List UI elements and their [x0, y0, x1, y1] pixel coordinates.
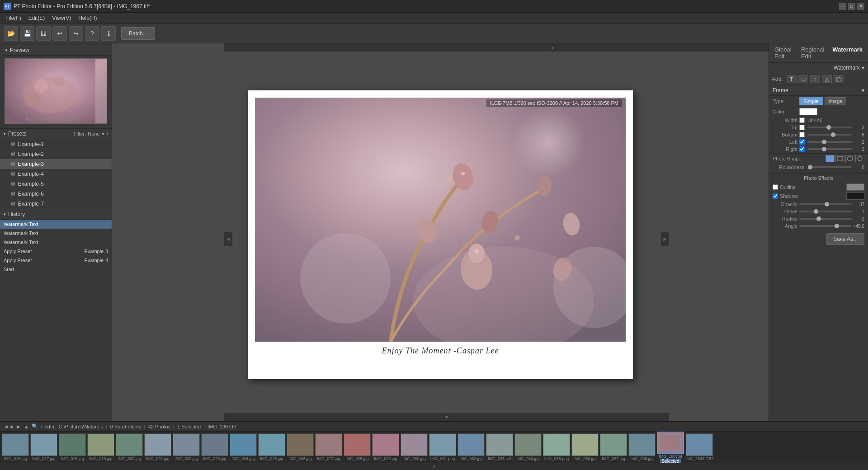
left-slider-thumb[interactable] — [822, 140, 826, 144]
filmstrip-bottom-arrow[interactable]: ▼ — [0, 463, 868, 470]
scroll-down-arrow[interactable]: ▼ — [224, 413, 669, 421]
history-item-1[interactable]: Watermark Text — [0, 229, 112, 238]
preset-item-example6[interactable]: WExample-6 — [0, 189, 112, 199]
add-triangle-button[interactable]: △ — [822, 75, 832, 83]
search-icon[interactable]: 🔍 — [32, 423, 38, 429]
filmstrip-item-19[interactable]: IMG_035.png — [543, 433, 570, 461]
filmstrip-item-11[interactable]: IMG_027.jpg — [315, 433, 342, 461]
shape-rect-filled[interactable] — [826, 155, 835, 162]
filmstrip-item-7[interactable]: IMG_023.jpg — [201, 433, 228, 461]
left-checkbox[interactable] — [799, 139, 805, 145]
filmstrip-item-1[interactable]: IMG_017.jpg — [30, 433, 57, 461]
watermark-dropdown-arrow[interactable]: ▾ — [862, 65, 864, 71]
shape-circle[interactable] — [845, 155, 854, 162]
offset-thumb[interactable] — [814, 209, 818, 214]
top-checkbox[interactable] — [799, 125, 805, 130]
filmstrip-item-0[interactable]: IMG_016.jpg — [2, 433, 29, 461]
bottom-checkbox[interactable] — [799, 132, 805, 137]
bottom-slider-track[interactable] — [807, 134, 852, 136]
filmstrip-item-18[interactable]: IMG_034.jpg — [514, 433, 542, 461]
preset-item-example2[interactable]: WExample-2 — [0, 149, 112, 159]
filter-value[interactable]: None — [88, 131, 99, 136]
watermark-tab[interactable]: Watermark — [830, 45, 864, 61]
radius-thumb[interactable] — [816, 216, 821, 221]
history-item-3[interactable]: Apply Preset Example-3 — [0, 247, 112, 256]
maximize-button[interactable]: □ — [848, 3, 855, 10]
opacity-thumb[interactable] — [825, 202, 829, 207]
filmstrip-item-13[interactable]: IMG_029.jpg — [372, 433, 399, 461]
filmstrip-item-15[interactable]: IMG_031.png — [429, 433, 456, 461]
add-text-button[interactable]: T — [787, 75, 797, 83]
filmstrip-item-20[interactable]: IMG_036.jpg — [571, 433, 599, 461]
save-as-button[interactable]: Save As... — [826, 233, 864, 245]
outline-color-swatch[interactable] — [846, 183, 864, 191]
right-checkbox[interactable] — [799, 146, 805, 152]
scroll-left-arrow[interactable]: ◄ — [224, 232, 232, 246]
roundness-thumb[interactable] — [808, 165, 812, 169]
right-slider-thumb[interactable] — [822, 147, 826, 151]
undo-button[interactable]: ↩ — [52, 26, 67, 41]
shape-rect[interactable] — [835, 155, 844, 162]
outline-checkbox[interactable] — [773, 184, 778, 190]
shadow-color-swatch[interactable] — [846, 193, 864, 200]
nav-up[interactable]: ▲ — [24, 424, 29, 429]
save-as-button[interactable]: 🖫 — [36, 26, 51, 41]
regional-edit-tab[interactable]: Regional Edit — [799, 45, 826, 61]
filmstrip-item-24[interactable]: IMG_2863.CR2 — [685, 433, 714, 461]
filmstrip-item-4[interactable]: IMG_020.jpg — [116, 433, 143, 461]
opacity-track[interactable] — [799, 203, 852, 205]
global-edit-tab[interactable]: Global Edit — [773, 45, 795, 61]
top-slider-track[interactable] — [807, 127, 852, 128]
type-image-button[interactable]: Image — [825, 97, 847, 105]
filmstrip-item-6[interactable]: IMG_022.jpg — [173, 433, 200, 461]
help-menu[interactable]: Help(H) — [75, 14, 100, 22]
shadow-checkbox[interactable] — [773, 193, 778, 199]
open-folder-button[interactable]: 📂 — [4, 26, 18, 41]
filmstrip-item-3[interactable]: IMG_019.jpg — [87, 433, 114, 461]
batch-button[interactable]: Batch... — [121, 27, 155, 40]
angle-thumb[interactable] — [835, 224, 839, 228]
nav-back[interactable]: ◄◄ — [4, 424, 14, 429]
scroll-up-arrow[interactable]: ▲ — [224, 43, 769, 52]
add-circle-button[interactable]: ○ — [810, 75, 820, 83]
history-item-5[interactable]: Start — [0, 265, 112, 274]
info-button[interactable]: ℹ — [101, 26, 116, 41]
filmstrip-item-21[interactable]: IMG_037.jpg — [600, 433, 627, 461]
add-preset-button[interactable]: + — [106, 131, 109, 136]
left-slider-track[interactable] — [807, 141, 852, 143]
filmstrip-item-16[interactable]: IMG_032.jpg — [458, 433, 485, 461]
filmstrip-item-17[interactable]: IMG_033.cr2 — [486, 433, 513, 461]
filmstrip-item-5[interactable]: IMG_021.jpg — [144, 433, 171, 461]
view-menu[interactable]: View(V) — [48, 14, 75, 22]
filmstrip-item-9[interactable]: IMG_025.jpg — [258, 433, 285, 461]
right-slider-track[interactable] — [807, 148, 852, 150]
preset-item-example1[interactable]: WExample-1 — [0, 139, 112, 149]
help-button[interactable]: ? — [85, 26, 99, 41]
nav-forward[interactable]: ► — [16, 424, 21, 429]
preset-item-example3[interactable]: WExample-3 — [0, 159, 112, 169]
filmstrip-item-8[interactable]: IMG_024.jpg — [230, 433, 257, 461]
save-button[interactable]: 💾 — [20, 26, 34, 41]
preset-item-example4[interactable]: WExample-4 — [0, 169, 112, 179]
roundness-track[interactable] — [808, 166, 852, 168]
bottom-slider-thumb[interactable] — [831, 132, 835, 137]
top-slider-thumb[interactable] — [826, 125, 831, 130]
file-menu[interactable]: File(F) — [2, 14, 25, 22]
type-simple-button[interactable]: Simple — [799, 97, 823, 105]
add-rect-button[interactable]: ▭ — [798, 75, 808, 83]
history-header[interactable]: ▼ History — [0, 209, 112, 220]
edit-menu[interactable]: Edit(E) — [25, 14, 49, 22]
history-item-2[interactable]: Watermark Text — [0, 238, 112, 247]
shape-ellipse[interactable] — [855, 155, 864, 162]
link-all-checkbox[interactable] — [799, 118, 805, 123]
filmstrip-item-2[interactable]: IMG_018.jpg — [59, 433, 86, 461]
title-bar-controls[interactable]: ─ □ ✕ — [839, 3, 864, 10]
redo-button[interactable]: ↪ — [69, 26, 83, 41]
radius-track[interactable] — [799, 218, 852, 220]
filmstrip-item-10[interactable]: IMG_026.jpg — [287, 433, 314, 461]
color-swatch[interactable] — [799, 108, 817, 115]
close-button[interactable]: ✕ — [857, 3, 864, 10]
filmstrip-item-23[interactable]: IMG_1967.tifSelected — [657, 432, 684, 463]
filmstrip-item-14[interactable]: IMG_030.jpg — [401, 433, 428, 461]
filter-chevron[interactable]: ▾ — [102, 131, 104, 137]
